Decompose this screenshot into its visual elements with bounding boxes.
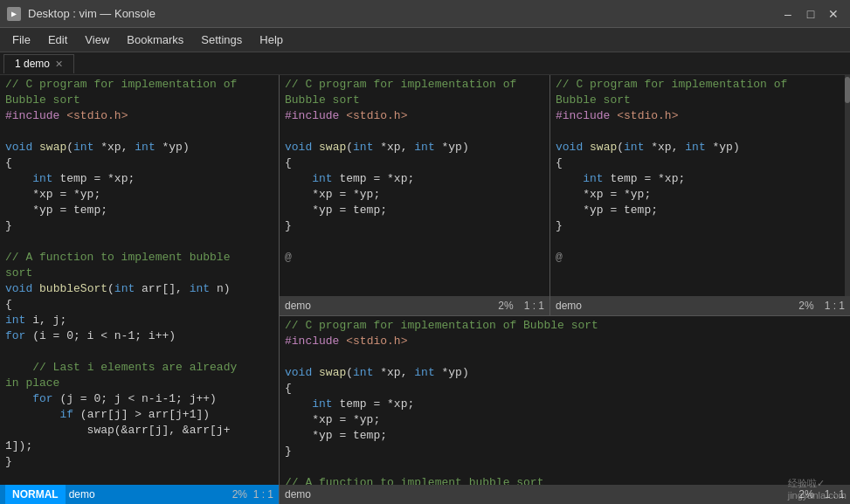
tab-close-icon[interactable]: ✕ <box>55 59 63 70</box>
status-right-right-top: 2% 1 : 1 <box>798 300 845 312</box>
code-content-left: // C program for implementation of Bubbl… <box>0 75 279 472</box>
code-area-left[interactable]: // C program for implementation of Bubbl… <box>0 75 279 485</box>
status-line-left: NORMAL demo 2% 1 : 1 <box>0 485 279 504</box>
app-icon: ▶ <box>7 7 21 21</box>
status-pct-mid: 2% <box>498 300 513 312</box>
pane-right-top: // C program for implementation of Bubbl… <box>550 75 850 315</box>
pane-mid: // C program for implementation of Bubbl… <box>280 75 550 315</box>
maximize-button[interactable]: □ <box>801 4 820 24</box>
code-area-mid[interactable]: // C program for implementation of Bubbl… <box>280 75 549 296</box>
status-pos-right-top: 1 : 1 <box>825 300 845 312</box>
status-file-left: demo <box>69 488 95 501</box>
status-pct-left: 2% <box>232 488 247 501</box>
tab-demo[interactable]: 1 demo ✕ <box>3 54 74 73</box>
menu-view[interactable]: View <box>76 30 118 50</box>
titlebar-left: ▶ Desktop : vim — Konsole <box>7 7 155 21</box>
menu-edit[interactable]: Edit <box>39 30 76 50</box>
status-line-mid: demo 2% 1 : 1 <box>280 296 549 315</box>
editor-area: // C program for implementation of Bubbl… <box>0 75 850 504</box>
close-button[interactable]: ✕ <box>824 4 843 24</box>
pane-bottom-right: // C program for implementation of Bubbl… <box>280 316 850 504</box>
menu-bookmarks[interactable]: Bookmarks <box>118 30 192 50</box>
code-area-bottom-right[interactable]: // C program for implementation of Bubbl… <box>280 316 850 485</box>
scrollbar-right-top[interactable] <box>845 75 850 296</box>
status-line-bottom-right: demo 2% 1 : 1 <box>280 485 850 504</box>
tab-label: 1 demo <box>15 58 50 70</box>
tabbar: 1 demo ✕ <box>0 52 850 75</box>
top-right-panes: // C program for implementation of Bubbl… <box>280 75 850 316</box>
titlebar-title: Desktop : vim — Konsole <box>28 7 155 20</box>
code-content-mid: // C program for implementation of Bubbl… <box>280 75 549 267</box>
titlebar-controls: – □ ✕ <box>778 4 843 24</box>
menu-settings[interactable]: Settings <box>192 30 251 50</box>
status-line-right-top: demo 2% 1 : 1 <box>550 296 850 315</box>
code-content-bottom-right: // C program for implementation of Bubbl… <box>280 316 850 485</box>
scrollbar-thumb <box>845 77 850 103</box>
status-mode: NORMAL <box>5 485 66 504</box>
code-content-right-top: // C program for implementation of Bubbl… <box>550 75 850 267</box>
code-area-right-top[interactable]: // C program for implementation of Bubbl… <box>550 75 850 296</box>
minimize-button[interactable]: – <box>778 4 798 24</box>
status-pct-right-top: 2% <box>798 300 813 312</box>
status-right-mid: 2% 1 : 1 <box>498 300 544 312</box>
status-pos-left: 1 : 1 <box>253 488 273 501</box>
titlebar: ▶ Desktop : vim — Konsole – □ ✕ <box>0 0 850 28</box>
watermark: 经验啦✓jingyanla.com <box>788 477 847 501</box>
status-pos-mid: 1 : 1 <box>524 300 544 312</box>
menu-file[interactable]: File <box>3 30 39 50</box>
status-file-mid: demo <box>285 300 311 312</box>
status-file-bottom-right: demo <box>285 488 311 501</box>
menu-help[interactable]: Help <box>251 30 292 50</box>
menubar: File Edit View Bookmarks Settings Help <box>0 28 850 52</box>
right-area: // C program for implementation of Bubbl… <box>280 75 850 504</box>
pane-left: // C program for implementation of Bubbl… <box>0 75 280 504</box>
status-file-right-top: demo <box>556 300 582 312</box>
